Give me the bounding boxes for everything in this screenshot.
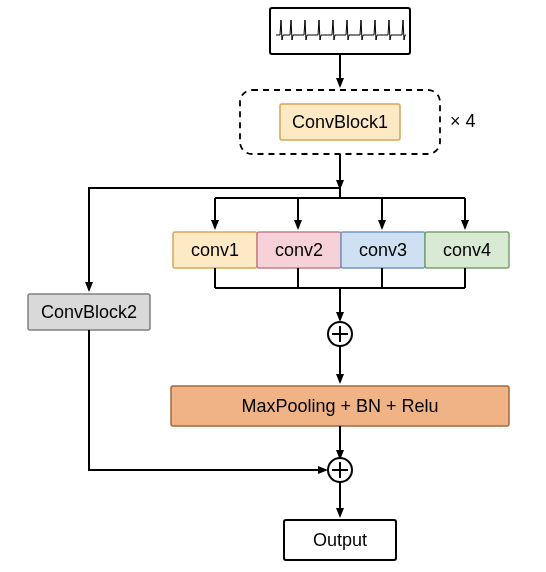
convblock2-label: ConvBlock2 xyxy=(41,302,137,322)
convblock1-label: ConvBlock1 xyxy=(292,112,388,132)
conv2-label: conv2 xyxy=(275,240,323,260)
convblock2-box: ConvBlock2 xyxy=(28,294,150,330)
conv1-label: conv1 xyxy=(191,240,239,260)
add-op-1 xyxy=(328,322,352,346)
conv1-box: conv1 xyxy=(173,232,257,268)
output-label: Output xyxy=(313,530,367,550)
pooling-box: MaxPooling + BN + Relu xyxy=(171,386,509,426)
svg-rect-1 xyxy=(270,8,410,54)
output-box: Output xyxy=(284,520,396,560)
conv4-label: conv4 xyxy=(443,240,491,260)
convblock1-multiplier-label: × 4 xyxy=(450,111,476,131)
add-op-2 xyxy=(328,458,352,482)
conv3-box: conv3 xyxy=(341,232,425,268)
architecture-diagram: ConvBlock1 × 4 conv1 conv2 conv3 conv4 xyxy=(0,0,546,572)
conv-row: conv1 conv2 conv3 conv4 xyxy=(173,232,509,268)
convblock1-box: ConvBlock1 xyxy=(280,104,400,140)
conv2-box: conv2 xyxy=(257,232,341,268)
conv3-label: conv3 xyxy=(359,240,407,260)
pooling-label: MaxPooling + BN + Relu xyxy=(241,396,438,416)
input-signal-box xyxy=(270,8,410,54)
conv4-box: conv4 xyxy=(425,232,509,268)
